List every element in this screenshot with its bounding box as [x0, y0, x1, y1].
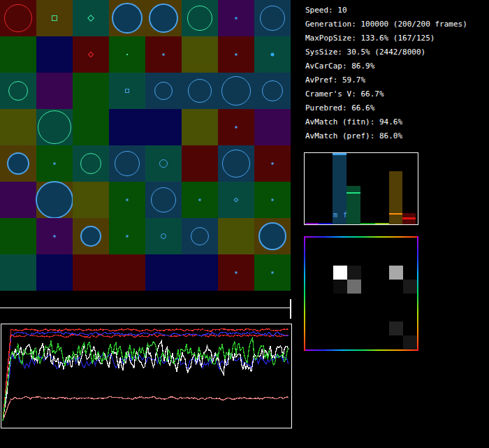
grid-cell — [109, 36, 145, 73]
organism-circle-outline — [8, 81, 28, 101]
graph-line-blue-upper — [3, 332, 289, 421]
grid-cell — [182, 145, 218, 182]
grid-cell — [182, 73, 218, 109]
organism-circle-outline — [260, 6, 285, 31]
organism-circle-outline — [221, 76, 251, 106]
grid-cell — [0, 73, 36, 109]
species-bar — [360, 223, 375, 224]
grid-cell — [0, 36, 36, 73]
organism-diamond-icon — [87, 15, 94, 22]
matrix-cells — [305, 238, 417, 349]
male-female-label: m f — [333, 211, 348, 219]
grid-cell — [73, 145, 109, 182]
app-window: Speed: 10Generation: 100000 (200/200 fra… — [0, 0, 489, 448]
organism-circle-outline — [159, 159, 168, 168]
grid-cell — [109, 109, 145, 145]
grid-cell — [182, 0, 218, 36]
grid-cell — [109, 218, 145, 254]
stat-line: SysSize: 30.5% (2442/8000) — [305, 45, 487, 59]
grid-cell — [73, 0, 109, 36]
organism-dot-icon — [235, 17, 238, 20]
grid-cell — [182, 218, 218, 254]
stat-line: AvPref: 59.7% — [305, 73, 487, 87]
grid-cell — [36, 0, 73, 36]
grid-cell — [218, 218, 254, 254]
grid-cell — [0, 109, 36, 145]
matrix-cell — [333, 266, 347, 280]
organism-circle-outline — [262, 80, 283, 101]
stat-line: AvMatch (fitn): 94.6% — [305, 115, 487, 129]
grid-cell — [182, 254, 218, 291]
grid-cell — [36, 218, 73, 254]
organism-circle-outline — [187, 6, 212, 31]
organism-dot-icon — [272, 163, 274, 165]
stat-line: MaxPopSize: 133.6% (167/125) — [305, 31, 487, 45]
stat-line: Speed: 10 — [305, 3, 487, 17]
organism-circle-filled — [258, 222, 286, 250]
matrix-cell — [403, 280, 417, 294]
grid-cell — [109, 73, 145, 109]
stats-panel: Speed: 10Generation: 100000 (200/200 fra… — [305, 3, 487, 143]
organism-dot-icon — [272, 272, 274, 274]
organism-circle-filled — [112, 3, 143, 34]
grid-cell — [145, 36, 182, 73]
grid-cell — [73, 73, 109, 109]
species-bar-marker — [346, 192, 360, 194]
grid-cell — [145, 218, 182, 254]
organism-dot-icon — [126, 199, 129, 201]
grid-cell — [36, 254, 73, 291]
grid-cell — [145, 182, 182, 218]
grid-cell — [254, 109, 291, 145]
simulation-grid — [0, 0, 291, 291]
organism-dot-icon — [272, 199, 274, 201]
grid-cell — [36, 109, 73, 145]
organism-circle-outline — [151, 187, 176, 212]
organism-diamond-icon — [88, 52, 94, 57]
mating-matrix-panel — [304, 236, 418, 351]
timeline-thumb[interactable] — [290, 299, 291, 319]
stat-line: AvCarCap: 86.9% — [305, 59, 487, 73]
graph-line-red-upper — [3, 328, 289, 420]
stat-line: Purebred: 66.6% — [305, 101, 487, 115]
graph-line-salmon — [3, 396, 289, 420]
species-bar-marker — [333, 153, 346, 155]
organism-dot-icon — [126, 54, 128, 55]
organism-circle-outline — [38, 110, 71, 144]
matrix-cell — [333, 280, 347, 294]
history-graph-canvas — [1, 324, 291, 428]
population-bar-panel: m f — [304, 152, 418, 225]
species-bar — [402, 213, 416, 224]
grid-cell — [73, 182, 109, 218]
grid-cell — [0, 0, 36, 36]
grid-cell — [73, 254, 109, 291]
grid-cell — [109, 254, 145, 291]
grid-cell — [218, 73, 254, 109]
grid-cell — [182, 36, 218, 73]
organism-square-icon — [125, 89, 129, 93]
organism-circle-outline — [161, 233, 166, 239]
species-bar-marker — [389, 213, 402, 215]
species-bar — [305, 223, 319, 224]
matrix-cell — [389, 321, 403, 335]
grid-cell — [145, 73, 182, 109]
grid-cell — [109, 145, 145, 182]
grid-cell — [109, 182, 145, 218]
grid-cell — [0, 254, 36, 291]
grid-cell — [218, 145, 254, 182]
grid-cell — [0, 182, 36, 218]
organism-circle-filled — [7, 152, 29, 175]
organism-dot-icon — [235, 54, 238, 56]
grid-cell — [254, 73, 291, 109]
timeline-track[interactable] — [0, 308, 291, 308]
organism-dot-icon — [271, 53, 275, 57]
grid-cell — [254, 36, 291, 73]
grid-cell — [182, 109, 218, 145]
organism-dot-icon — [54, 163, 56, 165]
organism-dot-icon — [235, 272, 238, 274]
grid-cell — [36, 182, 73, 218]
organism-dot-icon — [126, 236, 129, 238]
grid-cell — [218, 109, 254, 145]
stat-line: Generation: 100000 (200/200 frames) — [305, 17, 487, 31]
stat-line: Cramer's V: 66.7% — [305, 87, 487, 101]
organism-circle-outline — [188, 79, 212, 103]
